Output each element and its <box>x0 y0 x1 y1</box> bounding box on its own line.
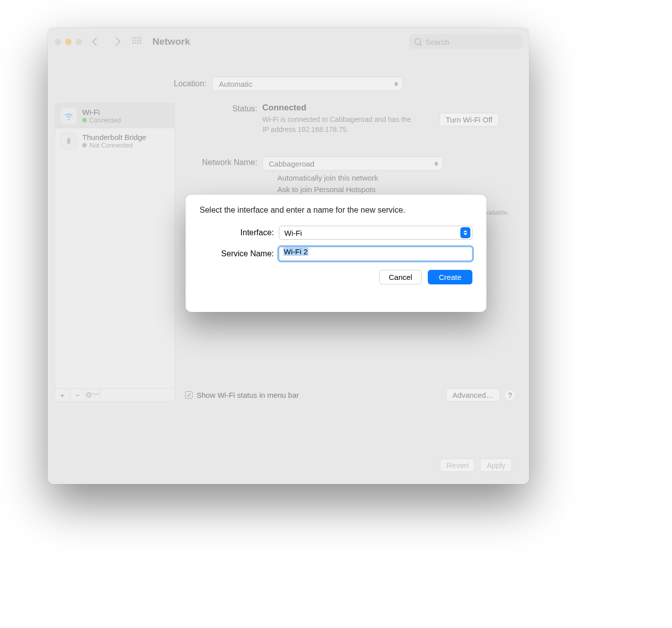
add-service-button[interactable]: + <box>55 389 70 401</box>
service-status: Connected <box>89 116 121 124</box>
close-window-icon[interactable] <box>55 39 61 45</box>
stepper-icon <box>394 82 398 86</box>
location-label: Location: <box>174 79 207 88</box>
service-list: Wi-Fi Connected Thunderbolt Bridge Not C… <box>55 103 175 389</box>
interface-label: Interface: <box>200 228 279 237</box>
new-service-dialog: Select the interface and enter a name fo… <box>186 195 486 312</box>
window-title: Network <box>152 36 409 47</box>
thunderbolt-icon <box>60 132 77 149</box>
status-description: Wi-Fi is connected to Cabbageroad and ha… <box>262 115 413 134</box>
apply-button[interactable]: Apply <box>480 458 512 472</box>
turn-wifi-off-button[interactable]: Turn Wi-Fi Off <box>439 113 499 126</box>
service-name-value: Wi-Fi 2 <box>283 247 308 256</box>
window-footer: Revert Apply <box>440 458 512 472</box>
interface-value: Wi-Fi <box>284 229 302 237</box>
minimize-window-icon[interactable] <box>65 39 72 45</box>
service-item-thunderbolt[interactable]: Thunderbolt Bridge Not Connected <box>55 128 175 153</box>
ask-hotspot-checkbox[interactable]: Ask to join Personal Hotspots <box>277 185 515 194</box>
create-button[interactable]: Create <box>428 270 472 284</box>
interface-select[interactable]: Wi-Fi <box>279 226 472 240</box>
search-placeholder: Search <box>425 38 449 46</box>
search-icon <box>414 38 421 45</box>
dialog-prompt: Select the interface and enter a name fo… <box>200 206 472 215</box>
service-item-wifi[interactable]: Wi-Fi Connected <box>55 103 175 128</box>
location-value: Automatic <box>219 80 252 88</box>
cancel-button[interactable]: Cancel <box>379 270 422 284</box>
history-nav <box>93 39 119 45</box>
show-all-icon[interactable] <box>132 37 141 46</box>
service-name: Thunderbolt Bridge <box>82 133 146 141</box>
service-name: Wi-Fi <box>82 108 121 116</box>
network-name-value: Cabbageroad <box>269 160 314 168</box>
status-dot-icon <box>82 143 87 147</box>
stepper-icon <box>434 162 438 166</box>
advanced-button[interactable]: Advanced… <box>446 388 500 402</box>
search-input[interactable]: Search <box>409 34 522 49</box>
network-name-label: Network Name: <box>182 156 262 167</box>
toolbar-spacer <box>100 389 175 401</box>
traffic-lights <box>55 39 82 45</box>
revert-button[interactable]: Revert <box>440 458 475 472</box>
status-label: Status: <box>182 103 262 113</box>
service-name-input[interactable]: Wi-Fi 2 <box>279 247 472 261</box>
help-button[interactable]: ? <box>504 389 516 401</box>
service-sidebar: Wi-Fi Connected Thunderbolt Bridge Not C… <box>55 103 175 402</box>
remove-service-button[interactable]: − <box>70 389 85 401</box>
show-status-checkbox[interactable] <box>185 391 193 399</box>
show-status-label: Show Wi-Fi status in menu bar <box>197 391 446 399</box>
auto-join-checkbox[interactable]: Automatically join this network <box>277 174 515 182</box>
status-value: Connected <box>262 103 306 112</box>
zoom-window-icon[interactable] <box>76 39 82 45</box>
location-select[interactable]: Automatic <box>212 77 403 91</box>
location-row: Location: Automatic <box>48 77 529 91</box>
service-name-label: Service Name: <box>200 249 279 258</box>
service-actions-button[interactable]: ⊙﹀ <box>85 389 100 401</box>
network-name-select[interactable]: Cabbageroad <box>262 156 443 171</box>
wifi-icon <box>60 107 77 124</box>
forward-icon[interactable] <box>112 38 121 46</box>
service-list-toolbar: + − ⊙﹀ <box>55 389 175 402</box>
back-icon[interactable] <box>92 38 101 46</box>
service-status: Not Connected <box>89 141 133 149</box>
status-dot-icon <box>82 118 87 122</box>
window-toolbar: Network Search <box>48 28 529 56</box>
stepper-icon <box>460 227 470 238</box>
